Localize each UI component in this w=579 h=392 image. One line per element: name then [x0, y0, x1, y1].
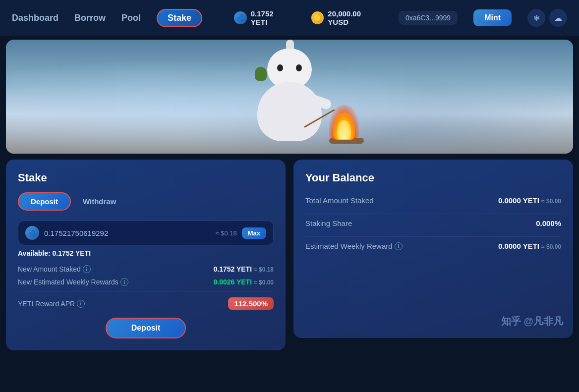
- fire-core: [337, 120, 351, 139]
- penguin-bird: [255, 67, 267, 81]
- campfire: [329, 105, 364, 144]
- stake-panel: Stake Deposit Withdraw 🔵 ≈ $0.18 Max Ava…: [6, 160, 286, 350]
- yeti-token-icon: 🔵: [234, 11, 247, 24]
- yusd-balance-value: 20,000.00 YUSD: [328, 9, 383, 26]
- yeti-character: [240, 40, 339, 149]
- amount-approx: ≈ $0.18: [215, 229, 236, 237]
- new-amount-value: 0.1752 YETI≈ $0.18: [213, 265, 274, 273]
- apr-label: YETI Reward APR ℹ: [18, 300, 85, 308]
- yeti-balance-display: 🔵 0.1752 YETI: [234, 9, 291, 26]
- balance-panel: Your Balance Total Amount Staked 0.0000 …: [293, 160, 573, 338]
- amount-input[interactable]: [44, 229, 210, 237]
- staking-share-row: Staking Share 0.000%: [305, 219, 561, 227]
- stake-panel-title: Stake: [18, 171, 274, 184]
- staking-share-value: 0.000%: [536, 219, 561, 227]
- yeti-balance-value: 0.1752 YETI: [251, 9, 291, 26]
- amount-input-row: 🔵 ≈ $0.18 Max: [18, 221, 274, 245]
- nav-pool[interactable]: Pool: [121, 13, 141, 23]
- weekly-rewards-value: 0.0026 YETI≈ $0.00: [213, 278, 274, 286]
- yeti-input-icon: 🔵: [25, 226, 39, 240]
- total-staked-label: Total Amount Staked: [305, 196, 374, 205]
- deposit-tab[interactable]: Deposit: [18, 192, 71, 211]
- yeti-arm: [306, 93, 333, 111]
- new-amount-info-icon: ℹ: [83, 265, 91, 273]
- weekly-reward-value: 0.0000 YETI≈ $0.00: [498, 242, 561, 250]
- yeti-eye-left: [277, 64, 283, 71]
- mint-button[interactable]: Mint: [473, 9, 512, 26]
- total-staked-row: Total Amount Staked 0.0000 YETI≈ $0.00: [305, 196, 561, 205]
- wallet-address[interactable]: 0xa6C3...9999: [399, 11, 458, 25]
- apr-info-icon: ℹ: [77, 300, 85, 308]
- new-amount-label: New Amount Staked ℹ: [18, 265, 91, 273]
- yusd-token-icon: 🟡: [311, 11, 324, 24]
- weekly-reward-label: Estimated Weekly Reward ℹ: [305, 242, 403, 250]
- withdraw-tab[interactable]: Withdraw: [71, 192, 128, 211]
- balance-divider-2: [305, 236, 561, 237]
- stake-tab-group: Deposit Withdraw: [18, 192, 274, 211]
- nav-dashboard[interactable]: Dashboard: [12, 13, 58, 23]
- balance-divider-1: [305, 214, 561, 214]
- yusd-balance-display: 🟡 20,000.00 YUSD: [311, 9, 383, 26]
- max-button[interactable]: Max: [242, 227, 266, 239]
- cloud-icon-button[interactable]: ☁: [549, 9, 567, 27]
- weekly-rewards-row: New Estimated Weekly Rewards ℹ 0.0026 YE…: [18, 278, 274, 286]
- watermark-text: 知乎 @凡非凡: [501, 315, 563, 328]
- new-amount-row: New Amount Staked ℹ 0.1752 YETI≈ $0.18: [18, 265, 274, 273]
- weekly-rewards-label: New Estimated Weekly Rewards ℹ: [18, 278, 128, 286]
- yeti-body: [257, 82, 322, 141]
- nav-borrow[interactable]: Borrow: [74, 13, 106, 23]
- available-balance: Available: 0.1752 YETI: [18, 249, 274, 257]
- staking-share-label: Staking Share: [305, 219, 352, 227]
- yeti-eye-right: [296, 64, 302, 71]
- main-content: Stake Deposit Withdraw 🔵 ≈ $0.18 Max Ava…: [6, 160, 573, 350]
- navbar: Dashboard Borrow Pool Stake 🔵 0.1752 YET…: [0, 0, 579, 36]
- apr-value: 112.500%: [228, 297, 274, 310]
- snowflake-icon-button[interactable]: ❄: [527, 9, 545, 27]
- total-staked-value: 0.0000 YETI≈ $0.00: [498, 196, 561, 205]
- hero-banner: [6, 40, 573, 154]
- nav-stake[interactable]: Stake: [157, 9, 202, 27]
- weekly-reward-row: Estimated Weekly Reward ℹ 0.0000 YETI≈ $…: [305, 242, 561, 250]
- weekly-reward-info-icon: ℹ: [395, 242, 403, 250]
- deposit-button[interactable]: Deposit: [106, 318, 186, 338]
- apr-row: YETI Reward APR ℹ 112.500%: [18, 297, 274, 310]
- nav-icon-group: ❄ ☁: [527, 9, 567, 27]
- balance-panel-title: Your Balance: [305, 171, 561, 184]
- panel-divider: [18, 291, 274, 291]
- weekly-rewards-info-icon: ℹ: [120, 278, 128, 286]
